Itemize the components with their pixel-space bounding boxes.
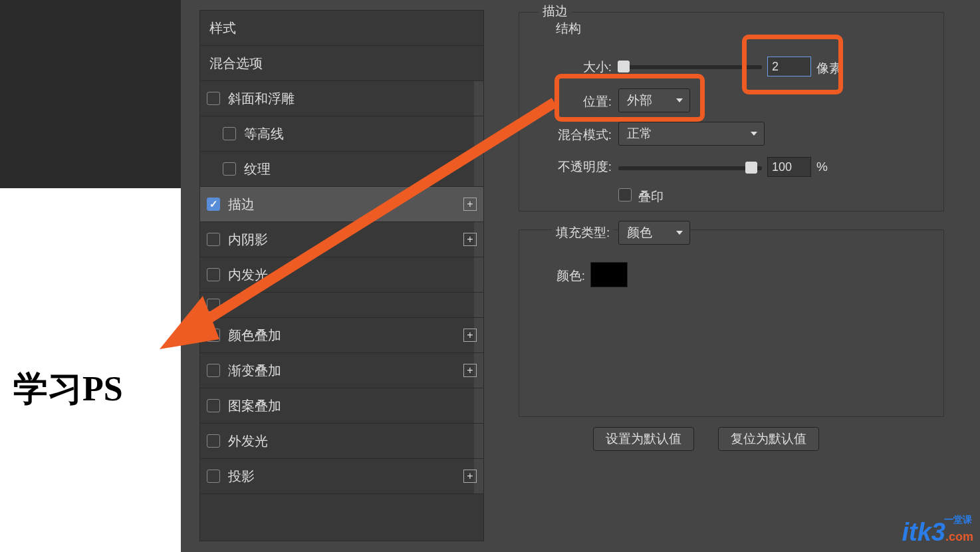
reset-default-label: 复位为默认值	[731, 430, 806, 448]
size-unit: 像素	[816, 60, 850, 77]
pattern-overlay-row[interactable]: 图案叠加	[200, 388, 483, 424]
watermark-brand: itk3	[902, 518, 945, 546]
inner-glow-label: 内发光	[228, 266, 268, 284]
opacity-input[interactable]	[767, 157, 811, 177]
inner-glow-checkbox[interactable]	[207, 268, 220, 281]
contour-row[interactable]: 等高线	[200, 116, 483, 152]
opacity-slider[interactable]	[618, 166, 762, 170]
stroke-title: 描边	[539, 3, 572, 20]
stroke-checkbox[interactable]	[207, 198, 220, 211]
blend-options-label: 混合选项	[209, 55, 263, 72]
add-icon[interactable]: +	[463, 364, 477, 377]
set-default-button[interactable]: 设置为默认值	[593, 427, 694, 451]
bevel-emboss-row[interactable]: 斜面和浮雕	[200, 81, 483, 116]
fill-type-dropdown[interactable]: 颜色	[618, 221, 690, 245]
size-input[interactable]	[767, 57, 811, 76]
position-value: 外部	[627, 92, 652, 109]
color-overlay-checkbox[interactable]	[207, 329, 220, 342]
canvas-area: 学习PS	[0, 0, 199, 552]
texture-row[interactable]: 纹理	[200, 152, 483, 187]
outer-glow-row[interactable]: 外发光	[200, 424, 483, 459]
bevel-emboss-checkbox[interactable]	[207, 92, 220, 105]
opacity-slider-thumb[interactable]	[745, 162, 757, 174]
texture-label: 纹理	[244, 160, 271, 178]
blend-mode-label: 混合模式:	[545, 126, 612, 144]
outer-glow-checkbox[interactable]	[207, 434, 220, 448]
size-slider[interactable]	[618, 65, 762, 69]
watermark: 一堂课 itk3.com	[902, 518, 974, 547]
inner-shadow-checkbox[interactable]	[207, 233, 220, 246]
set-default-label: 设置为默认值	[606, 430, 681, 448]
styles-header[interactable]: 样式	[200, 11, 483, 46]
reset-default-button[interactable]: 复位为默认值	[718, 427, 819, 451]
drop-shadow-checkbox[interactable]	[207, 470, 220, 483]
position-dropdown[interactable]: 外部	[618, 88, 690, 112]
add-icon[interactable]: +	[463, 329, 477, 342]
structure-title: 结构	[552, 20, 585, 37]
add-icon[interactable]: +	[463, 198, 477, 211]
gradient-overlay-label: 渐变叠加	[228, 362, 281, 380]
drop-shadow-row[interactable]: 投影 +	[200, 459, 483, 494]
watermark-cn: 一堂课	[944, 514, 972, 526]
color-overlay-label: 颜色叠加	[228, 327, 281, 345]
gradient-overlay-row[interactable]: 渐变叠加 +	[200, 353, 483, 388]
styles-panel: 样式 混合选项 斜面和浮雕 等高线 纹理 描边 + 内阴影 +	[199, 10, 484, 541]
blend-options-row[interactable]: 混合选项	[200, 46, 483, 81]
add-icon[interactable]: +	[463, 470, 477, 483]
size-slider-thumb[interactable]	[618, 61, 630, 72]
inner-glow-row[interactable]: 内发光	[200, 257, 483, 293]
inner-shadow-row[interactable]: 内阴影 +	[200, 222, 483, 257]
canvas-sample-text: 学习PS	[13, 366, 123, 412]
bevel-emboss-label: 斜面和浮雕	[228, 90, 295, 108]
color-swatch[interactable]	[590, 262, 628, 287]
pattern-overlay-label: 图案叠加	[228, 397, 281, 415]
contour-checkbox[interactable]	[223, 127, 236, 140]
fill-fieldset	[519, 229, 944, 417]
drop-shadow-label: 投影	[228, 468, 255, 485]
contour-label: 等高线	[244, 125, 284, 143]
canvas-bg-dark	[0, 0, 181, 188]
texture-checkbox[interactable]	[223, 162, 236, 176]
size-label: 大小:	[545, 59, 612, 76]
fill-type-value: 颜色	[627, 224, 652, 241]
blend-mode-dropdown[interactable]: 正常	[618, 122, 765, 146]
color-label: 颜色:	[545, 267, 585, 285]
styles-header-label: 样式	[209, 19, 236, 37]
chevron-down-icon	[676, 231, 683, 235]
layer-style-dialog: 样式 混合选项 斜面和浮雕 等高线 纹理 描边 + 内阴影 +	[199, 0, 980, 552]
fill-type-label: 填充类型:	[552, 224, 614, 241]
watermark-tld: .com	[945, 530, 973, 543]
styles-footer	[200, 494, 483, 541]
pattern-overlay-checkbox[interactable]	[207, 399, 220, 412]
stroke-label: 描边	[228, 196, 255, 213]
satin-hidden-row[interactable]	[200, 293, 483, 318]
overprint-checkbox[interactable]	[618, 188, 632, 202]
satin-checkbox[interactable]	[207, 299, 220, 312]
blend-mode-value: 正常	[627, 125, 652, 142]
opacity-label: 不透明度:	[532, 158, 612, 176]
color-overlay-row[interactable]: 颜色叠加 +	[200, 318, 483, 353]
stroke-row[interactable]: 描边 +	[200, 187, 483, 222]
add-icon[interactable]: +	[463, 233, 477, 246]
opacity-unit: %	[816, 160, 836, 174]
inner-shadow-label: 内阴影	[228, 231, 268, 249]
gradient-overlay-checkbox[interactable]	[207, 364, 220, 377]
overprint-label: 叠印	[638, 188, 678, 206]
outer-glow-label: 外发光	[228, 432, 268, 450]
position-label: 位置:	[545, 93, 612, 110]
structure-fieldset	[519, 12, 944, 211]
chevron-down-icon	[676, 98, 683, 102]
chevron-down-icon	[751, 132, 757, 136]
